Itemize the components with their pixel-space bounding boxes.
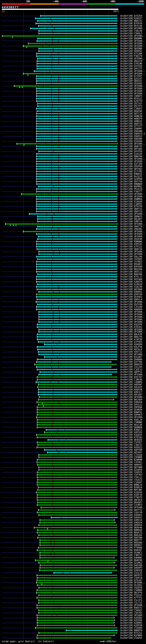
subject-id-label[interactable]: UniRef100_Q90YL4 [120,298,142,301]
subject-id-label[interactable]: UniRef100_B5YLQ8 [120,25,142,27]
subject-id-label[interactable]: UniRef100_Q00UZ9 [120,363,142,366]
alignment-row[interactable]: UniRef100_B8A1R6 [0,273,146,276]
hsp-bar[interactable] [38,389,116,390]
alignment-row[interactable]: UniRef100_Q8T4Q3 [0,148,146,150]
alignment-row[interactable]: UniRef100_Q5KC69 [0,293,146,296]
hsp-bar[interactable] [38,103,116,104]
alignment-row[interactable]: UniRef100_Q22MG2 [0,562,146,564]
alignment-row[interactable]: UniRef100_Q8AY34 [0,248,146,250]
subject-id-label[interactable]: UniRef100_UPI000.. [120,72,145,75]
subject-id-label[interactable]: UniRef100_B8PMQ1 [120,185,142,188]
hsp-bar[interactable] [37,359,116,360]
subject-id-label[interactable]: UniRef100_Q9LLR4 [120,256,142,258]
hsp-bar[interactable] [39,322,116,322]
subject-id-label[interactable]: UniRef100_Q2GWS9 [120,468,142,471]
hsp-bar[interactable] [66,630,117,631]
subject-id-label[interactable]: UniRef100_Q8AY34 [120,248,142,250]
alignment-row[interactable]: UniRef100_UPI000.. [0,614,146,616]
hsp-bar[interactable] [36,141,116,142]
subject-id-label[interactable]: UniRef100_Q4SS22 [120,404,142,406]
hsp-bar[interactable] [39,632,116,634]
subject-id-label[interactable]: UniRef100_A2ATT9 [120,100,142,102]
hsp-bar[interactable] [36,198,116,200]
hsp-bar[interactable] [37,379,116,380]
hsp-bar[interactable] [2,36,117,36]
subject-id-label[interactable]: UniRef100_Q0CDC0 [120,499,142,501]
subject-id-label[interactable]: UniRef100_A6R041 [120,464,142,466]
alignment-row[interactable]: UniRef100_Q29PD8 [0,178,146,180]
hsp-bar[interactable] [39,562,114,563]
hsp-bar[interactable] [36,98,116,99]
alignment-row[interactable]: UniRef100_Q3TTK6 [0,361,146,363]
hsp-bar[interactable] [36,153,116,154]
alignment-row[interactable]: UniRef100_A6R041 [0,464,146,466]
subject-id-label[interactable]: UniRef100_Q98SN8 [120,130,142,132]
alignment-row[interactable]: UniRef100_UPI000.. [0,158,146,160]
hsp-bar[interactable] [38,186,116,187]
subject-id-label[interactable]: UniRef100_C5KAE3 [120,609,142,612]
alignment-row[interactable]: UniRef100_B8M9V6 [0,529,146,531]
alignment-row[interactable]: UniRef100_Q0CDC0 [0,499,146,501]
alignment-row[interactable]: UniRef100_A5DL24 [0,418,146,421]
subject-id-label[interactable]: UniRef100_A7R1K2 [120,326,142,328]
hsp-bar[interactable] [36,592,116,593]
hsp-bar[interactable] [46,429,116,430]
alignment-row[interactable]: UniRef100_B9F660 [0,266,146,268]
subject-id-label[interactable]: UniRef100_C5KHL5 [120,32,142,35]
subject-id-label[interactable]: UniRef100_UPI000.. [120,506,145,509]
alignment-row[interactable]: UniRef100_Q8STG9 [0,180,146,183]
hsp-bar[interactable] [39,457,116,458]
subject-id-label[interactable]: UniRef100_UPI000.. [120,614,145,616]
subject-id-label[interactable]: UniRef100_B8XIK0 [120,268,142,270]
hsp-bar[interactable] [37,304,116,305]
subject-id-label[interactable]: UniRef100_C5K7R3 [120,612,142,614]
hsp-bar[interactable] [36,53,116,54]
alignment-row[interactable]: UniRef100_UPI000.. [0,316,146,318]
subject-id-label[interactable]: UniRef100_A8PF51 [120,371,142,373]
alignment-row[interactable]: UniRef100_Q16S36 [0,152,146,155]
subject-id-label[interactable]: UniRef100_Q870W0 [120,466,142,468]
subject-id-label[interactable]: UniRef100_A4HV14 [120,519,142,521]
alignment-row[interactable]: UniRef100_C8VDI5 [0,471,146,474]
subject-id-label[interactable]: UniRef100_UPI000.. [120,330,145,333]
alignment-row[interactable]: UniRef100_Q3TJD0 [0,163,146,165]
subject-id-label[interactable]: UniRef100_Q4Y1T5 [120,68,142,70]
subject-id-label[interactable]: UniRef100_Q6BN08 [120,426,142,428]
subject-id-label[interactable]: UniRef100_B4DR61 [120,290,142,293]
hsp-bar[interactable] [37,607,116,608]
alignment-row[interactable]: UniRef100_Q4E3Q0 [0,564,146,566]
hsp-bar[interactable] [39,331,116,332]
hsp-bar[interactable] [36,188,116,190]
hsp-bar[interactable] [37,248,116,250]
alignment-row[interactable]: UniRef100_A2AX37 [0,17,146,20]
alignment-row[interactable]: UniRef100_P78979 [0,496,146,499]
alignment-row[interactable]: UniRef100_Q4YFD9 [0,150,146,152]
subject-id-label[interactable]: UniRef100_P79088 [120,546,142,549]
alignment-row[interactable]: UniRef100_Q8AY32 [0,122,146,125]
hsp-bar[interactable] [37,407,116,408]
hsp-bar[interactable] [38,106,116,107]
alignment-row[interactable]: UniRef100_A4QU63 [0,514,146,516]
alignment-row[interactable]: UniRef100_A3BXT8 [0,280,146,283]
subject-id-label[interactable]: UniRef100_B8A2Y6 [120,336,142,338]
alignment-row[interactable]: UniRef100_Q00UZ9 [0,363,146,366]
subject-id-label[interactable]: UniRef100_B6K264 [120,534,142,536]
subject-id-label[interactable]: UniRef100_Q17CM3 [120,170,142,173]
subject-id-label[interactable]: UniRef100_B7GD39 [120,22,142,25]
alignment-row[interactable]: UniRef100_A0E6W7 [0,383,146,386]
subject-id-label[interactable]: UniRef100_C7Z418 [120,454,142,456]
alignment-row[interactable]: UniRef100_C5KHL5 [0,32,146,35]
hsp-bar[interactable] [36,306,116,308]
alignment-row[interactable]: UniRef100_Q5CFF5 [0,105,146,107]
alignment-row[interactable]: UniRef100_A6NK38 [0,115,146,118]
hsp-bar[interactable] [39,354,116,355]
subject-id-label[interactable]: UniRef100_A0CU87 [120,394,142,396]
subject-id-label[interactable]: UniRef100_Q8IDN6 [120,47,142,50]
alignment-row[interactable]: UniRef100_Q66S91 [0,80,146,82]
subject-id-label[interactable]: UniRef100_Q4YXS9 [120,65,142,68]
subject-id-label[interactable]: UniRef100_Q9ZV90 [120,303,142,306]
subject-id-label[interactable]: UniRef100_A3GEU5 [120,434,142,436]
hsp-bar[interactable] [37,339,116,340]
hsp-bar[interactable] [39,319,116,320]
alignment-row[interactable]: UniRef100_UPI000.. [0,57,146,60]
